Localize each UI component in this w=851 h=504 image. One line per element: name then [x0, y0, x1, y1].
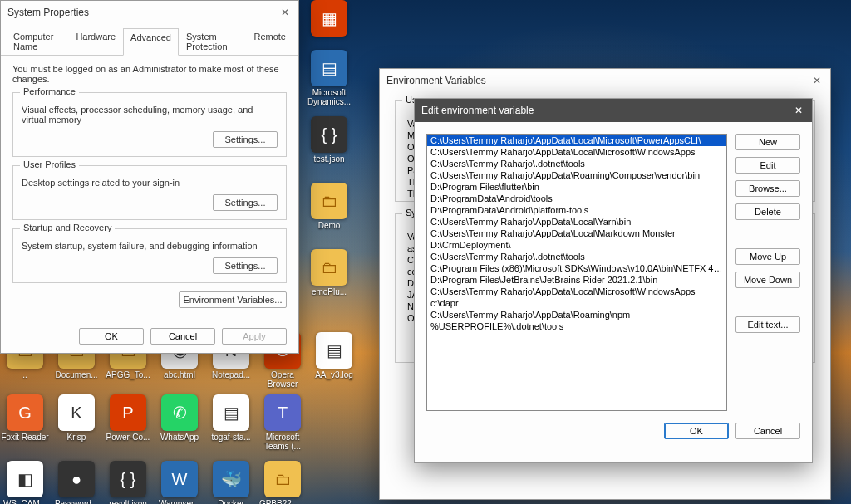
icon-label: WhatsApp	[155, 433, 204, 442]
environment-variables-button[interactable]: Environment Variables...	[179, 291, 287, 308]
path-item[interactable]: D:\ProgramData\Android\platform-tools	[427, 204, 726, 216]
icon-label: GPBB22 - ...	[258, 499, 307, 504]
path-item[interactable]: C:\Users\Temmy Raharjo\AppData\Local\Mic…	[427, 146, 726, 158]
desktop-icon[interactable]: WWampser...	[155, 461, 204, 504]
desktop-icon[interactable]: ▦	[304, 0, 354, 38]
user-profiles-settings-button[interactable]: Settings...	[213, 194, 278, 211]
tab-computer-name[interactable]: Computer Name	[6, 27, 68, 55]
startup-settings-button[interactable]: Settings...	[213, 257, 278, 274]
performance-group: Performance Visual effects, processor sc…	[12, 92, 287, 157]
path-item[interactable]: D:\CrmDeployment\	[427, 239, 726, 251]
desktop-icon[interactable]: ✆WhatsApp	[155, 394, 204, 442]
icon-label: APGG_To...	[103, 370, 153, 379]
startup-recovery-label: Startup and Recovery	[20, 223, 115, 232]
app-icon: ▦	[311, 0, 347, 37]
close-icon[interactable]: ✕	[790, 102, 807, 119]
desktop-icon[interactable]: 🗀GPBB22 - ...	[258, 461, 307, 504]
editvar-cancel-button[interactable]: Cancel	[735, 423, 800, 439]
new-button[interactable]: New	[735, 134, 800, 150]
path-item[interactable]: C:\Users\Temmy Raharjo\.dotnet\tools	[427, 251, 726, 262]
desktop-icon[interactable]: 🗀Demo	[304, 183, 354, 230]
icon-label: Foxit Reader	[0, 433, 50, 442]
path-item[interactable]: D:\Program Files\JetBrains\JetBrains Rid…	[427, 274, 726, 286]
icon-label: Documen...	[52, 370, 101, 379]
app-icon: ✆	[161, 394, 198, 431]
system-properties-tabs: Computer NameHardwareAdvancedSystem Prot…	[1, 24, 298, 56]
icon-label: WS_CAM...	[0, 499, 50, 504]
admin-note: You must be logged on as an Administrato…	[12, 64, 287, 84]
editvar-ok-button[interactable]: OK	[664, 423, 729, 439]
move-down-button[interactable]: Move Down	[735, 272, 800, 288]
close-icon[interactable]: ✕	[809, 72, 825, 89]
desktop-icon[interactable]: KKrisp	[52, 394, 101, 442]
icon-label: Microsoft Dynamics...	[304, 88, 354, 106]
app-icon: G	[7, 394, 43, 431]
app-icon: 🗀	[264, 461, 301, 497]
icon-label: Demo	[304, 221, 354, 230]
move-up-button[interactable]: Move Up	[735, 248, 800, 265]
icon-label: abc.html	[155, 370, 204, 379]
app-icon: ▤	[311, 50, 347, 86]
close-icon[interactable]: ✕	[277, 4, 293, 21]
desktop-icon[interactable]: ▤Microsoft Dynamics...	[304, 50, 354, 106]
sysprops-apply-button: Apply	[222, 328, 287, 345]
user-profiles-group: User Profiles Desktop settings related t…	[12, 165, 287, 220]
path-item[interactable]: c:\dapr	[427, 297, 726, 309]
tab-hardware[interactable]: Hardware	[68, 27, 123, 55]
desktop-icon[interactable]: 🐳Docker	[206, 461, 256, 504]
performance-desc: Visual effects, processor scheduling, me…	[22, 105, 278, 125]
browse-button[interactable]: Browse...	[735, 180, 800, 197]
app-icon: { }	[311, 116, 347, 153]
path-item[interactable]: C:\Users\Temmy Raharjo\AppData\Local\Mar…	[427, 228, 726, 239]
edit-text-button[interactable]: Edit text...	[735, 316, 800, 333]
sysprops-cancel-button[interactable]: Cancel	[150, 328, 215, 345]
desktop-icon[interactable]: PPower-Co...	[103, 394, 153, 442]
user-profiles-desc: Desktop settings related to your sign-in	[22, 178, 278, 188]
desktop-icon[interactable]: 🗀emoPlu...	[304, 249, 354, 296]
path-item[interactable]: C:\Users\Temmy Raharjo\AppData\Local\Mic…	[427, 286, 726, 297]
tab-remote[interactable]: Remote	[246, 27, 293, 55]
path-item[interactable]: C:\Program Files (x86)\Microsoft SDKs\Wi…	[427, 262, 726, 274]
path-item[interactable]: C:\Users\Temmy Raharjo\AppData\Local\Mic…	[427, 135, 726, 146]
path-list[interactable]: C:\Users\Temmy Raharjo\AppData\Local\Mic…	[426, 134, 727, 411]
app-icon: ▤	[316, 332, 352, 369]
desktop-icon[interactable]: ▤togaf-sta...	[206, 394, 256, 442]
desktop-icon[interactable]: { }test.json	[304, 116, 354, 164]
icon-label: togaf-sta...	[206, 433, 256, 442]
desktop-icon[interactable]: ▤AA_v3.log	[309, 332, 359, 379]
icon-label: ..	[0, 370, 50, 379]
app-icon: 🗀	[311, 249, 347, 286]
app-icon: ▤	[213, 394, 249, 431]
icon-label: Power-Co...	[103, 433, 153, 442]
desktop-icon[interactable]: GFoxit Reader	[0, 394, 50, 442]
desktop-icon[interactable]: ●Password...	[52, 461, 101, 504]
icon-label: Password...	[52, 499, 101, 504]
envvars-titlebar[interactable]: Environment Variables ✕	[380, 69, 830, 92]
sysprops-ok-button[interactable]: OK	[79, 328, 144, 345]
performance-settings-button[interactable]: Settings...	[213, 131, 278, 148]
delete-button[interactable]: Delete	[735, 203, 800, 220]
path-item[interactable]: C:\Users\Temmy Raharjo\.dotnet\tools	[427, 158, 726, 169]
desktop-icon[interactable]: { }result.json	[103, 461, 153, 504]
editvar-titlebar[interactable]: Edit environment variable ✕	[415, 99, 812, 122]
user-profiles-label: User Profiles	[20, 159, 79, 169]
icon-label: test.json	[304, 154, 354, 164]
path-item[interactable]: D:\Program Files\flutter\bin	[427, 181, 726, 193]
path-item[interactable]: %USERPROFILE%\.dotnet\tools	[427, 321, 726, 332]
app-icon: ●	[58, 461, 95, 497]
desktop-icon[interactable]: ◧WS_CAM...	[0, 461, 50, 504]
path-item[interactable]: D:\ProgramData\Android\tools	[427, 193, 726, 204]
icon-label: Microsoft Teams (...	[258, 433, 307, 451]
icon-label: Docker	[206, 499, 256, 504]
editvar-title: Edit environment variable	[421, 105, 534, 116]
tab-system-protection[interactable]: System Protection	[179, 27, 246, 55]
path-item[interactable]: C:\Users\Temmy Raharjo\AppData\Roaming\n…	[427, 309, 726, 321]
app-icon: P	[110, 394, 146, 431]
edit-button[interactable]: Edit	[735, 157, 800, 174]
edit-environment-variable-window: Edit environment variable ✕ C:\Users\Tem…	[414, 98, 813, 463]
desktop-icon[interactable]: TMicrosoft Teams (...	[258, 394, 307, 451]
tab-advanced[interactable]: Advanced	[123, 28, 179, 56]
system-properties-titlebar[interactable]: System Properties ✕	[1, 1, 298, 24]
path-item[interactable]: C:\Users\Temmy Raharjo\AppData\Local\Yar…	[427, 216, 726, 228]
path-item[interactable]: C:\Users\Temmy Raharjo\AppData\Roaming\C…	[427, 169, 726, 181]
